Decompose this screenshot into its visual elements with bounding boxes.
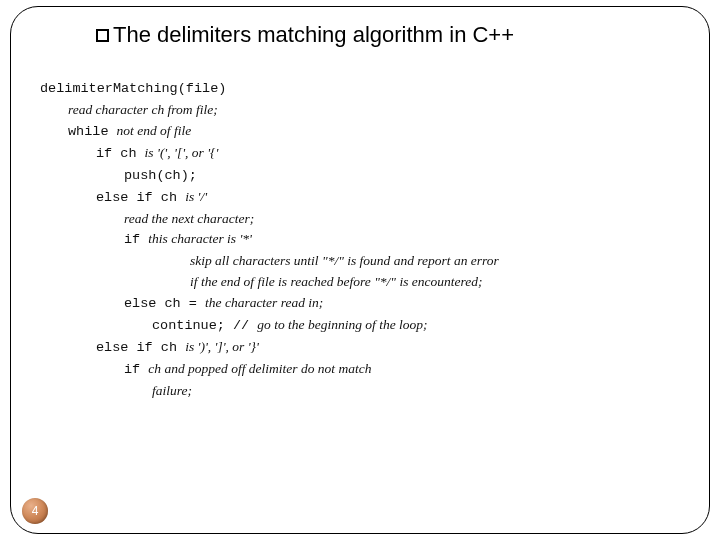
title-row: The delimiters matching algorithm in C++ bbox=[96, 22, 660, 48]
code-text: continue; // bbox=[152, 318, 257, 333]
code-text: skip all characters until "*/" is found … bbox=[190, 253, 499, 268]
code-text: if bbox=[124, 232, 148, 247]
code-text: else if ch bbox=[96, 190, 185, 205]
slide-title: The delimiters matching algorithm in C++ bbox=[113, 22, 514, 48]
code-text: go to the beginning of the loop; bbox=[257, 317, 427, 332]
code-text: else if ch bbox=[96, 340, 185, 355]
code-text: if ch bbox=[96, 146, 145, 161]
code-text: if the end of file is reached before "*/… bbox=[190, 274, 483, 289]
code-text: this character is '*' bbox=[148, 231, 252, 246]
code-text: is ')', ']', or '}' bbox=[185, 339, 259, 354]
code-text: read the next character; bbox=[124, 211, 254, 226]
code-text: is '/' bbox=[185, 189, 207, 204]
code-text: not end of file bbox=[117, 123, 192, 138]
code-text: else ch = bbox=[124, 296, 205, 311]
code-text: while bbox=[68, 124, 117, 139]
slide: The delimiters matching algorithm in C++… bbox=[0, 0, 720, 540]
code-text: is '(', '[', or '{' bbox=[145, 145, 219, 160]
code-text: failure; bbox=[152, 383, 192, 398]
code-text: push(ch); bbox=[124, 168, 197, 183]
code-text: ch and popped off delimiter do not match bbox=[148, 361, 371, 376]
code-text: if bbox=[124, 362, 148, 377]
page-number: 4 bbox=[32, 504, 39, 518]
page-number-badge: 4 bbox=[22, 498, 48, 524]
code-text: read character ch from file; bbox=[68, 102, 218, 117]
square-bullet-icon bbox=[96, 29, 109, 42]
algorithm-code: delimiterMatching(file) read character c… bbox=[40, 78, 680, 402]
code-text: delimiterMatching(file) bbox=[40, 81, 226, 96]
code-text: the character read in; bbox=[205, 295, 323, 310]
